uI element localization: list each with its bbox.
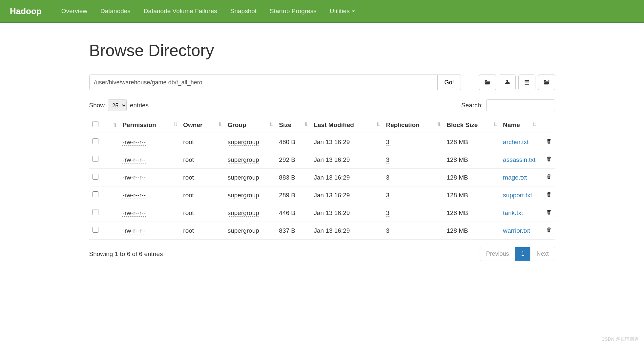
row-checkbox[interactable] — [93, 138, 98, 144]
sort-icon: ⇅ — [113, 122, 116, 128]
group-value: supergroup — [228, 174, 259, 181]
list-view-button[interactable] — [518, 75, 535, 90]
file-link[interactable]: assassin.txt — [503, 156, 535, 163]
nav-datanodes[interactable]: Datanodes — [94, 0, 137, 22]
col-group[interactable]: Group⇅ — [224, 117, 276, 133]
block-size-value: 128 MB — [443, 169, 500, 186]
size-value: 289 B — [276, 186, 310, 204]
col-replication[interactable]: Replication⇅ — [383, 117, 443, 133]
select-all-checkbox[interactable] — [93, 121, 98, 127]
delete-button[interactable] — [546, 227, 552, 234]
col-actions — [539, 117, 555, 133]
col-replication-label: Replication — [386, 121, 419, 128]
col-size[interactable]: Size⇅ — [276, 117, 310, 133]
permission-value: -rw-r--r-- — [122, 227, 146, 234]
nav-startup-progress[interactable]: Startup Progress — [263, 0, 323, 22]
size-value: 292 B — [276, 151, 310, 169]
owner-value: root — [180, 133, 224, 151]
nav-utilities[interactable]: Utilities — [323, 0, 362, 22]
col-last-modified-label: Last Modified — [314, 121, 354, 128]
sort-icon: ⇅ — [493, 121, 496, 127]
upload-button[interactable] — [499, 75, 516, 90]
path-input[interactable] — [89, 75, 438, 90]
col-last-modified[interactable]: Last Modified⇅ — [310, 117, 383, 133]
pagination: Previous 1 Next — [480, 247, 555, 261]
row-checkbox[interactable] — [93, 174, 98, 180]
sort-icon: ⇅ — [437, 121, 440, 127]
sort-icon: ⇅ — [304, 121, 307, 127]
col-name-label: Name — [503, 121, 520, 128]
block-size-value: 128 MB — [443, 204, 500, 222]
last-modified-value: Jan 13 16:29 — [310, 204, 383, 222]
navbar: Hadoop Overview Datanodes Datanode Volum… — [0, 0, 644, 23]
go-button[interactable]: Go! — [438, 75, 461, 90]
col-block-size-label: Block Size — [447, 121, 478, 128]
file-link[interactable]: archer.txt — [503, 139, 529, 145]
col-owner[interactable]: Owner⇅ — [180, 117, 224, 133]
sort-icon: ⇅ — [218, 121, 221, 127]
file-table: ⇅ Permission⇅ Owner⇅ Group⇅ Size⇅ Last M… — [89, 117, 555, 240]
last-modified-value: Jan 13 16:29 — [310, 133, 383, 151]
file-link[interactable]: warrior.txt — [503, 227, 530, 234]
page-1-button[interactable]: 1 — [515, 247, 530, 261]
next-button[interactable]: Next — [530, 247, 554, 261]
prev-button[interactable]: Previous — [480, 247, 515, 261]
replication-value: 3 — [386, 139, 389, 146]
col-permission-label: Permission — [122, 121, 156, 128]
col-select-all — [89, 117, 104, 133]
controls-row: Show 25 entries Search: — [89, 99, 555, 111]
row-checkbox[interactable] — [93, 227, 98, 233]
delete-button[interactable] — [546, 174, 552, 181]
trash-icon — [546, 157, 552, 163]
sort-icon: ⇅ — [532, 121, 535, 127]
nav-datanode-volume-failures[interactable]: Datanode Volume Failures — [137, 0, 224, 22]
row-checkbox[interactable] — [93, 156, 98, 162]
nav-overview[interactable]: Overview — [55, 0, 94, 22]
file-link[interactable]: tank.txt — [503, 209, 523, 216]
table-row: -rw-r--r--rootsupergroup480 BJan 13 16:2… — [89, 133, 555, 151]
chevron-down-icon — [352, 11, 355, 12]
col-name[interactable]: Name⇅ — [500, 117, 539, 133]
col-owner-label: Owner — [183, 121, 202, 128]
delete-button[interactable] — [546, 157, 552, 163]
replication-value: 3 — [386, 156, 389, 163]
replication-value: 3 — [386, 209, 389, 217]
sort-icon: ⇅ — [376, 121, 379, 127]
last-modified-value: Jan 13 16:29 — [310, 186, 383, 204]
size-value: 480 B — [276, 133, 310, 151]
brand[interactable]: Hadoop — [10, 6, 42, 16]
trash-icon — [546, 227, 552, 234]
delete-button[interactable] — [546, 192, 552, 199]
group-value: supergroup — [228, 139, 259, 146]
entries-select[interactable]: 25 — [108, 99, 127, 111]
file-link[interactable]: mage.txt — [503, 174, 527, 181]
delete-button[interactable] — [546, 210, 552, 217]
folder-open-icon — [484, 79, 491, 86]
permission-value: -rw-r--r-- — [122, 156, 146, 163]
col-permission[interactable]: Permission⇅ — [119, 117, 180, 133]
col-index[interactable]: ⇅ — [104, 117, 119, 133]
file-link[interactable]: support.txt — [503, 192, 532, 199]
new-folder-button[interactable] — [538, 75, 555, 90]
table-header-row: ⇅ Permission⇅ Owner⇅ Group⇅ Size⇅ Last M… — [89, 117, 555, 133]
trash-icon — [546, 174, 552, 181]
table-row: -rw-r--r--rootsupergroup446 BJan 13 16:2… — [89, 204, 555, 222]
owner-value: root — [180, 204, 224, 222]
size-value: 837 B — [276, 222, 310, 240]
path-row: Go! — [89, 75, 555, 90]
search-box: Search: — [461, 99, 555, 111]
row-checkbox[interactable] — [93, 209, 98, 215]
page-title: Browse Directory — [89, 41, 555, 66]
block-size-value: 128 MB — [443, 186, 500, 204]
row-checkbox[interactable] — [93, 191, 98, 197]
open-folder-button[interactable] — [479, 75, 496, 90]
table-row: -rw-r--r--rootsupergroup292 BJan 13 16:2… — [89, 151, 555, 169]
footer-row: Showing 1 to 6 of 6 entries Previous 1 N… — [89, 247, 555, 261]
search-input[interactable] — [486, 99, 555, 111]
last-modified-value: Jan 13 16:29 — [310, 151, 383, 169]
delete-button[interactable] — [546, 139, 552, 146]
col-size-label: Size — [279, 121, 291, 128]
col-block-size[interactable]: Block Size⇅ — [443, 117, 500, 133]
show-label: Show — [89, 102, 105, 109]
nav-snapshot[interactable]: Snapshot — [224, 0, 263, 22]
